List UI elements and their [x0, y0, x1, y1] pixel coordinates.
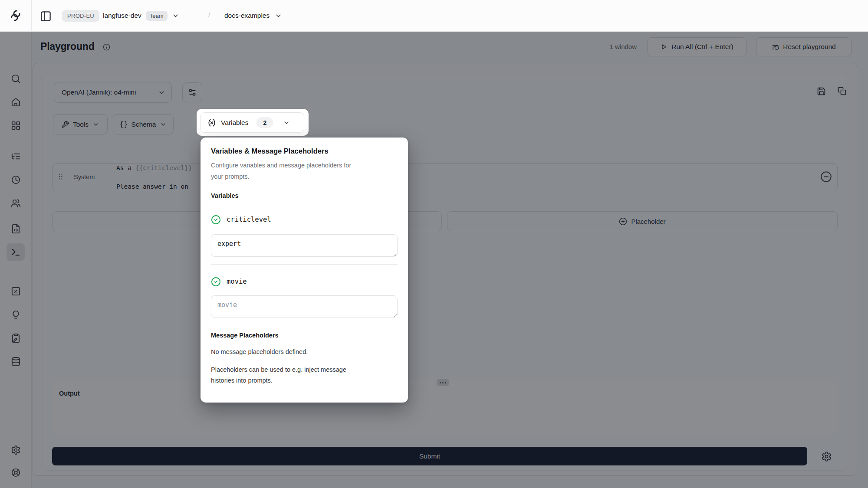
chevron-down-icon: [275, 12, 282, 20]
org-name: langfuse-dev: [103, 12, 141, 20]
logo-cell: [0, 0, 32, 31]
placeholders-section-heading: Message Placeholders: [211, 331, 398, 339]
project-name: docs-examples: [224, 12, 270, 20]
langfuse-logo-icon: [9, 9, 22, 22]
popover-title: Variables & Message Placeholders: [211, 146, 398, 156]
project-switcher[interactable]: docs-examples: [224, 7, 282, 24]
dialog-overlay[interactable]: [0, 32, 868, 488]
variables-section-heading: Variables: [211, 192, 398, 200]
playground-page: PROD-EU langfuse-dev Team / docs-example…: [0, 0, 868, 488]
sidebar-toggle-button[interactable]: [39, 10, 52, 23]
chevron-down-icon: [172, 12, 179, 20]
variables-label: Variables: [221, 119, 248, 127]
variable-value-input[interactable]: [211, 295, 398, 318]
circle-check-icon: [211, 277, 221, 287]
variable-row: criticlevel: [211, 214, 398, 225]
placeholders-empty-text: No message placeholders defined.: [211, 347, 398, 357]
variable-row: movie: [211, 276, 398, 287]
variables-popover: Variables & Message Placeholders Configu…: [201, 138, 408, 403]
circle-check-icon: [211, 215, 221, 225]
variable-icon: [207, 118, 216, 127]
environment-badge: PROD-EU: [62, 10, 99, 22]
chevron-down-icon: [283, 119, 290, 126]
divider: [211, 264, 398, 265]
org-switcher[interactable]: langfuse-dev Team: [103, 7, 179, 24]
breadcrumb-separator: /: [208, 10, 210, 19]
placeholders-hint-text: Placeholders can be used to e.g. inject …: [211, 364, 363, 386]
variables-count-badge: 2: [256, 117, 273, 128]
org-plan-badge: Team: [146, 11, 168, 21]
panel-left-icon: [40, 10, 52, 22]
variable-name: criticlevel: [227, 216, 271, 223]
variable-value-input[interactable]: expert: [211, 234, 398, 257]
popover-description: Configure variables and message placehol…: [211, 160, 363, 182]
variables-dropdown[interactable]: Variables 2: [200, 112, 304, 133]
top-navbar: PROD-EU langfuse-dev Team / docs-example…: [0, 0, 868, 32]
variable-name: movie: [227, 278, 247, 285]
